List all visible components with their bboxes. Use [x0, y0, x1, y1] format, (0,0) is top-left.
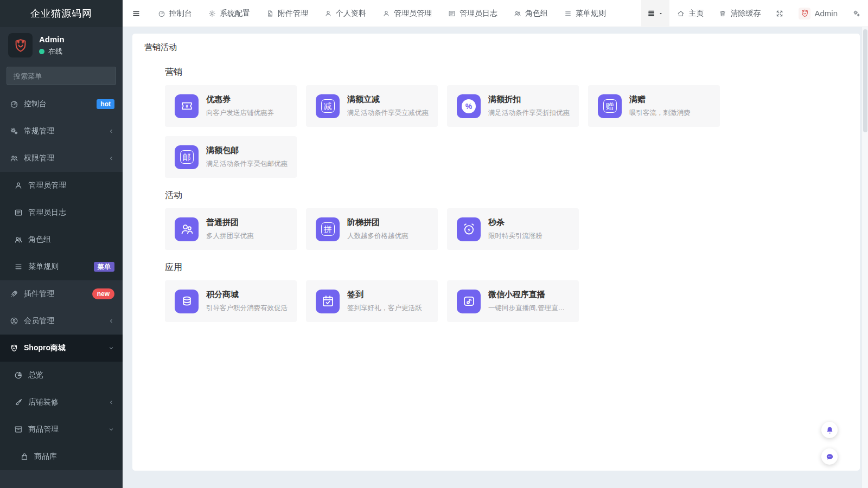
- sidebar-item-shopro-overview[interactable]: 总览: [0, 362, 123, 389]
- card-title: 满额立减: [347, 94, 429, 105]
- card-icon-box: 邮: [175, 145, 199, 169]
- sidebar-item-shopro-goods-library[interactable]: 商品库: [0, 443, 123, 470]
- topbar-tab-attachment[interactable]: 附件管理: [258, 0, 316, 27]
- file-icon: [266, 10, 274, 17]
- live-icon: [462, 294, 476, 309]
- chevron-down-icon: [108, 426, 114, 433]
- submenu-shopro: 总览店铺装修商品管理商品库: [0, 362, 123, 470]
- sidebar-item-general[interactable]: 常规管理: [0, 118, 123, 145]
- sections: 营销¥优惠券向客户发送店铺优惠券减满额立减满足活动条件享受立减优惠%满额折扣满足…: [165, 67, 849, 322]
- cogs-icon: [10, 127, 18, 136]
- card-title: 秒杀: [488, 217, 542, 228]
- topbar-action-account[interactable]: Admin: [791, 0, 845, 27]
- card-description: 引导客户积分消费有效促活: [206, 304, 288, 313]
- tab-label: 控制台: [169, 9, 192, 18]
- sidebar-item-addon[interactable]: 插件管理new: [0, 280, 123, 307]
- sidebar-item-label: 控制台: [24, 99, 97, 109]
- feature-card-full-gift[interactable]: 赠满赠吸引客流，刺激消费: [588, 85, 720, 127]
- group-icon: [514, 10, 521, 17]
- card-icon-box: 拼: [316, 217, 340, 241]
- tabs-dropdown-button[interactable]: [641, 0, 669, 27]
- topbar-tab-profile[interactable]: 个人资料: [316, 0, 374, 27]
- submenu-shopro-goods: 商品库: [0, 443, 123, 470]
- card-title: 满额包邮: [206, 145, 288, 156]
- bag-icon: [20, 452, 29, 461]
- tab-label: 管理员管理: [394, 9, 432, 18]
- fab-notification-button[interactable]: [821, 422, 838, 438]
- user-avatar: [8, 33, 33, 57]
- bars-icon: [14, 262, 23, 271]
- sidebar-item-auth-rule[interactable]: 菜单规则菜单: [0, 253, 123, 280]
- chevron-left-icon: [108, 399, 114, 406]
- topbar-action-home[interactable]: 主页: [669, 0, 711, 27]
- feature-card-full-reduce[interactable]: 减满额立减满足活动条件享受立减优惠: [306, 85, 438, 127]
- sidebar-badge: 菜单: [94, 262, 114, 272]
- brush-icon: [14, 398, 23, 407]
- card-icon-box: [175, 290, 199, 313]
- char-glyph-icon: 拼: [321, 222, 335, 236]
- list-icon: [647, 9, 655, 17]
- feature-card-coupon[interactable]: ¥优惠券向客户发送店铺优惠券: [165, 85, 297, 127]
- feature-card-groupon[interactable]: 普通拼团多人拼团享优惠: [165, 208, 297, 250]
- topbar-right: 主页清除缓存Admin: [641, 0, 868, 27]
- sidebar-item-shopro[interactable]: Shopro商城: [0, 335, 123, 362]
- sidebar-item-auth[interactable]: 权限管理: [0, 145, 123, 172]
- chevron-down-icon: [108, 345, 114, 351]
- submenu-auth: 管理员管理管理员日志角色组菜单规则菜单: [0, 172, 123, 280]
- sidebar-item-auth-group[interactable]: 角色组: [0, 226, 123, 253]
- cogs-icon: [853, 10, 860, 17]
- topbar-tab-role-group[interactable]: 角色组: [506, 0, 556, 27]
- sidebar-item-shopro-decorate[interactable]: 店铺装修: [0, 389, 123, 416]
- topbar-tab-admin-log[interactable]: 管理员日志: [440, 0, 506, 27]
- card-description: 满足活动条件享受包邮优惠: [206, 159, 288, 169]
- card-title: 满额折扣: [488, 94, 570, 105]
- feature-card-signin[interactable]: 签到签到享好礼，客户更活跃: [306, 280, 438, 322]
- feature-card-full-discount[interactable]: %满额折扣满足活动条件享受折扣优惠: [447, 85, 579, 127]
- account-label: Admin: [814, 9, 838, 18]
- feature-card-mp-live[interactable]: 微信小程序直播一键同步直播间,管理直播间: [447, 280, 579, 322]
- percent-icon: %: [462, 99, 476, 113]
- trash-icon: [719, 10, 726, 17]
- group-icon: [10, 154, 18, 163]
- gear-icon: [208, 10, 216, 17]
- card-description: 满足活动条件享受折扣优惠: [488, 108, 570, 118]
- log-icon: [448, 10, 456, 17]
- sidebar-item-label: 商品管理: [28, 425, 108, 434]
- char-glyph-icon: 减: [321, 99, 335, 113]
- feature-card-free-shipping[interactable]: 邮满额包邮满足活动条件享受包邮优惠: [165, 136, 297, 178]
- home-icon: [677, 10, 685, 17]
- svg-text:¥: ¥: [185, 104, 188, 109]
- user-icon: [382, 10, 390, 17]
- sidebar-item-member[interactable]: 会员管理: [0, 307, 123, 335]
- content-area: 营销活动 营销¥优惠券向客户发送店铺优惠券减满额立减满足活动条件享受立减优惠%满…: [123, 27, 861, 488]
- topbar-action-fullscreen[interactable]: [768, 0, 791, 27]
- chevron-left-icon: [108, 128, 114, 134]
- tab-label: 个人资料: [336, 9, 366, 18]
- topbar-action-settings[interactable]: [845, 0, 868, 27]
- card-icon-box: 减: [316, 94, 340, 118]
- sidebar-item-shopro-goods[interactable]: 商品管理: [0, 416, 123, 443]
- sidebar-item-auth-adminlog[interactable]: 管理员日志: [0, 199, 123, 226]
- feature-card-score-shop[interactable]: 积分商城引导客户积分消费有效促活: [165, 280, 297, 322]
- fab-message-button[interactable]: [821, 448, 838, 465]
- sidebar-item-auth-admin[interactable]: 管理员管理: [0, 172, 123, 199]
- user-icon: [324, 10, 332, 17]
- sidebar-menu: 控制台hot常规管理权限管理管理员管理管理员日志角色组菜单规则菜单插件管理new…: [0, 91, 123, 470]
- card-title: 签到: [347, 290, 422, 300]
- sidebar-toggle-button[interactable]: [123, 0, 150, 27]
- scrollbar-thumb[interactable]: [863, 29, 867, 132]
- feature-card-groupon-ladder[interactable]: 拼阶梯拼团人数越多价格越优惠: [306, 208, 438, 250]
- card-description: 签到享好礼，客户更活跃: [347, 304, 422, 313]
- topbar-action-clear-cache[interactable]: 清除缓存: [711, 0, 768, 27]
- sidebar-item-dashboard[interactable]: 控制台hot: [0, 91, 123, 118]
- topbar-tab-menu-rule[interactable]: 菜单规则: [556, 0, 614, 27]
- menu-search-input[interactable]: [12, 72, 110, 81]
- topbar-tab-console[interactable]: 控制台: [150, 0, 200, 27]
- shop-icon: [10, 344, 18, 352]
- card-title: 优惠券: [206, 94, 274, 105]
- feature-card-seckill[interactable]: 秒杀限时特卖引流涨粉: [447, 208, 579, 250]
- topbar-tab-sys-config[interactable]: 系统配置: [200, 0, 258, 27]
- card-description: 多人拼团享优惠: [206, 232, 254, 241]
- card-description: 人数越多价格越优惠: [347, 232, 409, 241]
- topbar-tab-admin-manage[interactable]: 管理员管理: [374, 0, 440, 27]
